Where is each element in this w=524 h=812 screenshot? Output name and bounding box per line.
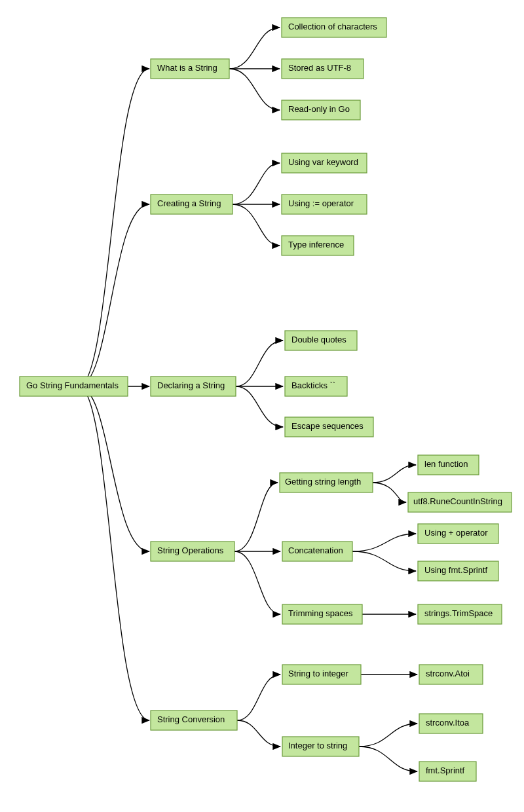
node-root: Go String Fundamentals (20, 377, 128, 396)
node-b5-label: String Conversion (157, 714, 225, 724)
node-b3c2-label: Backticks `` (291, 380, 335, 390)
node-b2: Creating a String (151, 194, 233, 214)
edge-b2-c3 (233, 204, 280, 246)
node-b4c2b: Using fmt.Sprintf (418, 561, 498, 581)
node-b5c1a: strconv.Atoi (419, 665, 483, 684)
node-b3c3: Escape sequences (285, 417, 373, 437)
node-b3-label: Declaring a String (157, 380, 225, 390)
edge-b2-c1 (233, 163, 280, 204)
edge-b4c1-a (372, 465, 416, 483)
node-b4c3: Trimming spaces (282, 604, 362, 624)
edge-root-b4 (79, 386, 149, 551)
node-b1c1: Collection of characters (282, 18, 386, 37)
node-b1c3-label: Read-only in Go (288, 104, 350, 114)
edge-root-b2 (79, 204, 149, 386)
edge-root-b5 (79, 386, 149, 720)
node-b1c2: Stored as UTF-8 (282, 59, 364, 79)
node-b2c3: Type inference (282, 236, 354, 255)
node-b4-label: String Operations (157, 545, 224, 555)
node-b4c3a-label: strings.TrimSpace (424, 608, 493, 618)
node-b4c2a: Using + operator (418, 524, 498, 544)
node-b4c2-label: Concatenation (288, 545, 343, 555)
node-b1c2-label: Stored as UTF-8 (288, 63, 351, 73)
edge-b4c2-b (352, 551, 416, 571)
mindmap-diagram: Go String Fundamentals What is a String … (0, 0, 524, 812)
node-b3c2: Backticks `` (285, 377, 347, 396)
node-b5c2b: fmt.Sprintf (419, 762, 476, 781)
node-b2c2: Using := operator (282, 194, 367, 214)
node-b1c1-label: Collection of characters (288, 22, 377, 31)
node-b1-label: What is a String (157, 63, 217, 73)
edges (79, 28, 417, 771)
edge-b3-c3 (236, 386, 283, 427)
edge-b1-c3 (229, 69, 280, 110)
node-b2c2-label: Using := operator (288, 198, 354, 208)
edge-b5-c1 (237, 674, 280, 720)
node-b4c3-label: Trimming spaces (288, 608, 353, 618)
node-b5c2-label: Integer to string (288, 741, 347, 750)
node-b3c3-label: Escape sequences (291, 421, 364, 431)
node-b4c1a: len function (418, 455, 479, 475)
edge-b5-c2 (237, 720, 280, 747)
node-b5: String Conversion (151, 710, 237, 730)
node-b5c2b-label: fmt.Sprintf (426, 766, 465, 775)
node-b5c1: String to integer (282, 665, 361, 684)
node-b4c2b-label: Using fmt.Sprintf (424, 565, 487, 575)
node-b5c1-label: String to integer (288, 669, 348, 678)
edge-b4-c3 (234, 551, 280, 614)
edge-b5c2-b (359, 747, 417, 771)
node-b2c1-label: Using var keyword (288, 157, 358, 167)
edge-b4c1-b (372, 483, 406, 502)
edge-b3-c1 (236, 341, 283, 386)
node-b5c1a-label: strconv.Atoi (426, 669, 470, 678)
edge-b4c2-a (352, 534, 416, 551)
node-b4c2a-label: Using + operator (424, 528, 488, 538)
node-b2-label: Creating a String (157, 198, 221, 208)
node-b4c3a: strings.TrimSpace (418, 604, 502, 624)
node-b4c2: Concatenation (282, 542, 352, 561)
node-b2c3-label: Type inference (288, 240, 344, 249)
node-b5c2a-label: strconv.Itoa (426, 718, 470, 728)
node-b5c2a: strconv.Itoa (419, 714, 483, 733)
edge-root-b1 (79, 69, 149, 386)
node-b4c1a-label: len function (424, 459, 468, 469)
edge-b4-c1 (234, 483, 278, 551)
node-b3c1-label: Double quotes (291, 335, 346, 344)
node-b4c1: Getting string length (280, 473, 373, 492)
node-root-label: Go String Fundamentals (26, 380, 119, 390)
node-b5c2: Integer to string (282, 737, 359, 756)
node-b4c1-label: Getting string length (285, 477, 361, 487)
node-b1c3: Read-only in Go (282, 100, 360, 120)
node-b3: Declaring a String (151, 377, 236, 396)
node-b4c1b: utf8.RuneCountInString (408, 492, 512, 512)
node-b3c1: Double quotes (285, 331, 357, 350)
edge-b1-c1 (229, 28, 280, 69)
node-b2c1: Using var keyword (282, 153, 367, 173)
edge-b5c2-a (359, 724, 417, 747)
node-b1: What is a String (151, 59, 229, 79)
node-b4: String Operations (151, 542, 234, 561)
node-b4c1b-label: utf8.RuneCountInString (413, 496, 502, 506)
